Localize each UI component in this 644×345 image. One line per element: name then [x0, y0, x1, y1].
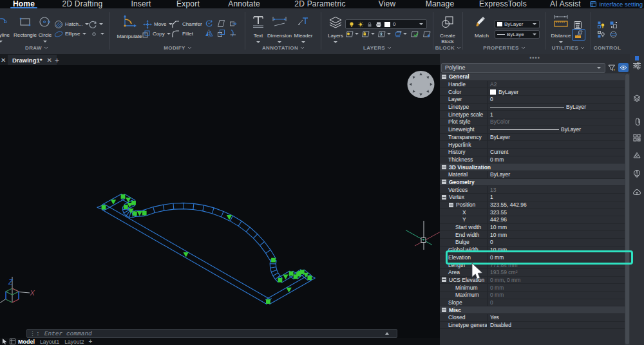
ribbon-group-label[interactable]: ANNOTATION [246, 45, 321, 51]
ribbon-group-label[interactable]: PROPERTIES [464, 45, 545, 51]
new-tab-button[interactable]: + [55, 56, 59, 65]
ribbon-group-label[interactable]: LAYERS [322, 45, 433, 51]
layout-tab-layout1[interactable]: Layout1 [40, 339, 59, 345]
layer-lock-button[interactable] [362, 28, 370, 40]
match-properties-button[interactable]: Match [468, 16, 496, 39]
cursor-tool-icon[interactable] [2, 339, 8, 344]
section-geometry[interactable]: Geometry [440, 179, 625, 187]
attachments-icon[interactable] [632, 117, 641, 126]
properties-sliders-icon[interactable] [632, 61, 641, 70]
point-button[interactable] [90, 30, 104, 38]
section-3d-visualization[interactable]: 3D Visualization [440, 163, 625, 171]
menu-item-home[interactable]: Home [13, 0, 35, 8]
section-general[interactable]: General [440, 73, 625, 81]
object-color-select[interactable]: ByLayer [495, 20, 540, 28]
tab-drawing1[interactable]: Drawing1* ✕ [8, 55, 57, 65]
move-button[interactable]: Move [143, 20, 173, 28]
property-ucs-elevation[interactable]: UCS Elevation0 mm, 0 mm [440, 277, 625, 284]
collapse-icon[interactable] [442, 195, 446, 200]
hatch-button[interactable]: Hatch... [54, 20, 89, 28]
panel-scrollbar[interactable] [625, 73, 630, 345]
property-y[interactable]: Y442.96 [440, 216, 625, 224]
command-input-bar[interactable]: ⋮ : Enter command [26, 329, 397, 338]
property-area[interactable]: Area193.59 cm² [440, 269, 625, 277]
layer-on-button[interactable] [346, 28, 354, 40]
layer-multi-button[interactable] [394, 28, 402, 40]
property-vertices[interactable]: Vertices13 [440, 186, 625, 194]
property-slope[interactable]: Slope0 [440, 299, 625, 307]
chamfer-button[interactable]: Chamfer [171, 20, 202, 28]
quick-select-button[interactable] [572, 29, 585, 41]
property-transparency[interactable]: TransparencyByLayer [440, 134, 625, 142]
property-closed[interactable]: ClosedYes [440, 314, 625, 322]
menu-item-export[interactable]: Export [176, 0, 200, 8]
visibility-toggle-button[interactable] [618, 63, 629, 72]
rectangle-button[interactable]: Rectangle [14, 15, 36, 38]
collapse-icon[interactable] [442, 308, 446, 312]
trim-button[interactable] [229, 28, 238, 40]
property-maximum[interactable]: Maximum0 mm [440, 292, 625, 299]
selection-filter-icon[interactable] [608, 64, 616, 72]
ribbon-group-label[interactable]: CONTROL [592, 45, 623, 51]
scale-button[interactable] [217, 28, 225, 40]
create-block-button[interactable]: CreateBlock [433, 15, 462, 44]
menu-item-expresstools[interactable]: ExpressTools [479, 0, 527, 8]
layout-tab-model[interactable]: Model [18, 339, 35, 345]
drawing-canvas[interactable]: Z X ⋮ : Enter command [0, 65, 440, 338]
ribbon-group-label[interactable]: MODIFY [111, 45, 245, 51]
menu-item-ai-assist[interactable]: AI Assist [550, 0, 581, 8]
menu-item-view[interactable]: View [379, 0, 396, 8]
circle-button[interactable]: Circle [34, 15, 56, 42]
collapse-icon[interactable] [449, 203, 453, 207]
blocks-palette-icon[interactable] [632, 133, 641, 142]
menu-item-2d-parametric[interactable]: 2D Parametric [294, 0, 345, 8]
property-minimum[interactable]: Minimum0 mm [440, 284, 625, 292]
property-position[interactable]: Position323.55, 442.96 [440, 201, 625, 209]
object-type-select[interactable]: Polyline [441, 63, 605, 73]
layer-new-button[interactable] [423, 28, 431, 40]
ribbon-group-label[interactable]: DRAW [0, 45, 73, 51]
copy-button[interactable]: Copy [142, 30, 171, 38]
collapse-icon[interactable] [442, 277, 446, 282]
command-expand-icon[interactable] [385, 332, 389, 335]
property-linetype[interactable]: LinetypeByLayer [440, 104, 625, 111]
property-x[interactable]: X323.55 [440, 209, 625, 216]
property-linetype-generation[interactable]: Linetype generationDisabled [440, 322, 625, 330]
property-vertex[interactable]: Vertex1 [440, 194, 625, 201]
property-start-width[interactable]: Start width10 mm [440, 224, 625, 232]
menu-item-insert[interactable]: Insert [131, 0, 151, 8]
property-lineweight[interactable]: LineweightByLayer [440, 126, 625, 134]
mleader-button[interactable]: Mleader [289, 15, 317, 43]
linetype-select[interactable]: ByLaye [495, 30, 540, 39]
section-misc[interactable]: Misc [440, 306, 625, 314]
layer-state-button[interactable] [411, 28, 419, 40]
ellipse-button[interactable]: Ellipse [54, 30, 86, 38]
collapse-icon[interactable] [442, 165, 446, 169]
collapse-icon[interactable] [442, 180, 446, 184]
menu-item-2d-drafting[interactable]: 2D Drafting [62, 0, 103, 8]
distance-button[interactable]: Distance [547, 14, 575, 43]
collapse-icon[interactable] [442, 75, 446, 79]
fillet-button[interactable]: Fillet [171, 30, 193, 38]
layer-freeze-button[interactable] [378, 28, 386, 40]
polyline-button[interactable]: Polyline [0, 15, 15, 42]
panel-drag-handle[interactable]: •••• [440, 56, 630, 60]
property-bulge[interactable]: Bulge0 [440, 239, 625, 247]
control-layer-off-button[interactable]: D [597, 30, 605, 41]
pin-icon[interactable] [632, 52, 641, 61]
property-material[interactable]: MaterialByLayer [440, 171, 625, 179]
menu-item-annotate[interactable]: Annotate [228, 0, 260, 8]
hatch-panel-icon[interactable] [632, 151, 641, 160]
property-layer[interactable]: Layer0 [440, 96, 625, 104]
layout-tab-layout2[interactable]: Layout2 [64, 339, 84, 345]
property-plot-style[interactable]: Plot styleByColor [440, 118, 625, 126]
interface-setting-button[interactable]: Interface setting [590, 0, 643, 8]
close-icon[interactable]: ✕ [1, 57, 6, 64]
navigation-ball[interactable] [408, 71, 435, 98]
grid-view-icon[interactable] [10, 339, 15, 344]
property-hyperlink[interactable]: Hyperlink [440, 141, 625, 149]
render-panel-icon[interactable] [632, 169, 641, 178]
mirror-button[interactable] [205, 28, 213, 40]
cloud-upload-icon[interactable] [632, 187, 641, 196]
property-color[interactable]: ColorByLayer [440, 88, 625, 96]
